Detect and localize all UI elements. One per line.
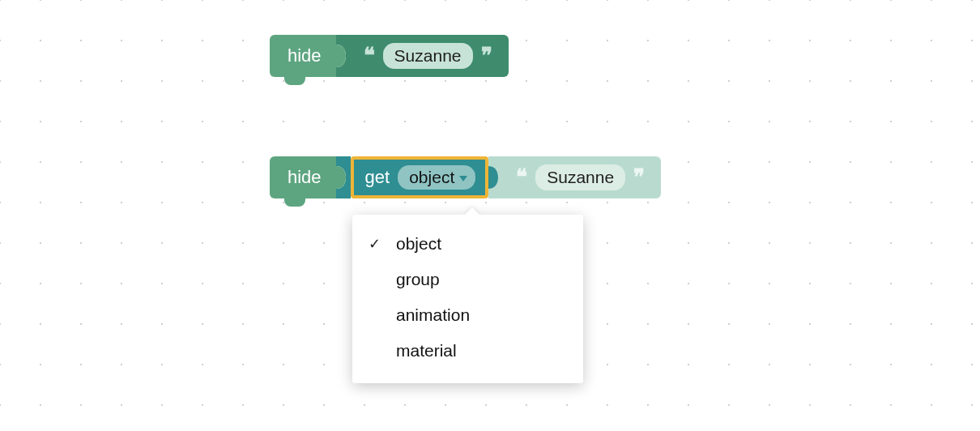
text-input[interactable]: Suzanne	[535, 164, 625, 190]
text-literal-block[interactable]: ❝ Suzanne ❞	[351, 35, 509, 77]
workspace-canvas[interactable]: hide ❝ Suzanne ❞ hide get object	[0, 0, 980, 431]
chevron-down-icon	[459, 176, 467, 181]
block-notch	[336, 156, 351, 198]
get-block-selected[interactable]: get object	[351, 156, 489, 198]
text-input[interactable]: Suzanne	[383, 43, 473, 69]
type-dropdown[interactable]: object	[398, 165, 475, 190]
hide-label: hide	[288, 167, 322, 188]
menu-item-animation[interactable]: animation	[352, 297, 583, 333]
hide-label: hide	[288, 45, 322, 66]
menu-item-group[interactable]: group	[352, 262, 583, 297]
close-quote-icon: ❞	[476, 45, 497, 66]
block-connector-nub	[284, 197, 305, 207]
text-literal-block[interactable]: ❝ Suzanne ❞	[503, 156, 661, 198]
close-quote-icon: ❞	[628, 167, 650, 188]
block-hide-get-text[interactable]: hide get object ❝ Suzanne ❞	[270, 156, 661, 198]
menu-item-label: material	[396, 341, 457, 361]
type-dropdown-menu[interactable]: ✓ object group animation material	[352, 215, 583, 383]
check-icon: ✓	[369, 235, 396, 253]
block-notch	[336, 35, 351, 77]
menu-item-material[interactable]: material	[352, 333, 583, 369]
block-hide-text[interactable]: hide ❝ Suzanne ❞	[270, 35, 509, 77]
menu-item-label: group	[396, 270, 440, 289]
get-label: get	[365, 167, 390, 188]
hide-block[interactable]: hide	[270, 156, 336, 198]
menu-item-label: object	[396, 234, 441, 254]
open-quote-icon: ❝	[511, 167, 532, 188]
menu-item-object[interactable]: ✓ object	[352, 226, 583, 262]
type-dropdown-value: object	[409, 168, 454, 187]
block-notch	[488, 156, 503, 198]
hide-block[interactable]: hide	[270, 35, 336, 77]
open-quote-icon: ❝	[359, 45, 380, 66]
menu-item-label: animation	[396, 305, 470, 325]
block-connector-nub	[284, 75, 305, 85]
